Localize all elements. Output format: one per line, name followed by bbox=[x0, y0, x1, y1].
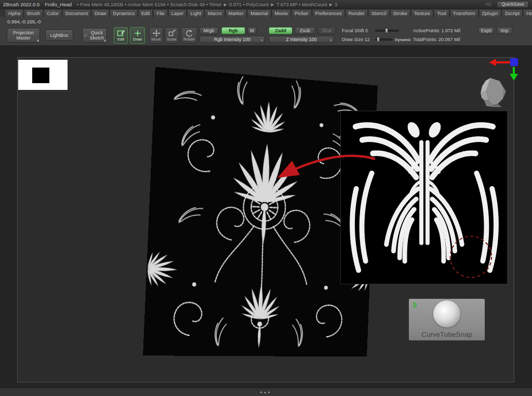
scale-icon bbox=[168, 30, 176, 37]
app-version: ZBrush 2022.0.5 bbox=[3, 2, 39, 7]
z-intensity-slider[interactable]: Z Intensity 100 ▸ bbox=[269, 36, 334, 43]
brush-hint-popup: 9 CurveTubeSnap bbox=[409, 299, 485, 340]
menu-item[interactable]: Zplugin bbox=[479, 9, 501, 17]
menu-item[interactable]: Tool bbox=[434, 9, 449, 17]
menu-item[interactable]: Macro bbox=[205, 9, 224, 17]
mrgb-button[interactable]: Mrgb bbox=[200, 27, 218, 34]
m-button[interactable]: M bbox=[247, 27, 257, 34]
axis-x-arrow bbox=[489, 59, 496, 66]
alpha-preview bbox=[18, 60, 68, 90]
active-points-readout: ActivePoints: 1.972 Mil bbox=[413, 27, 460, 34]
dynamic-mode-label[interactable]: Dynamic bbox=[395, 36, 411, 43]
menu-item[interactable]: Stencil bbox=[368, 9, 390, 17]
projection-master-button[interactable]: Projection Master bbox=[7, 28, 40, 43]
menu-item[interactable]: Edit bbox=[138, 9, 153, 17]
quicksave-button[interactable]: QuickSave bbox=[497, 1, 529, 8]
slider-arrow-icon: ▸ bbox=[261, 38, 263, 42]
move-icon bbox=[152, 30, 161, 37]
menu-item[interactable]: Render bbox=[345, 9, 368, 17]
lightbox-label: LightBox bbox=[50, 33, 68, 38]
horizontal-scrollbar[interactable]: ◂ ▴ ▸ bbox=[0, 388, 532, 396]
draw-button[interactable]: Draw bbox=[130, 27, 145, 44]
document-name: Frollo_Head bbox=[45, 2, 72, 7]
brush-slot-number: 9 bbox=[413, 300, 417, 309]
menu-item[interactable]: Brush bbox=[24, 9, 43, 17]
menu-item[interactable]: Light bbox=[187, 9, 204, 17]
zcut-button[interactable]: Zcut bbox=[317, 27, 336, 34]
rotate-icon bbox=[185, 30, 193, 37]
menu-item[interactable]: Document bbox=[62, 9, 91, 17]
menu-bar: AlphaBrushColorDocumentDrawDynamicsEditF… bbox=[0, 9, 532, 17]
menu-item[interactable]: Material bbox=[247, 9, 271, 17]
axis-y-arrow bbox=[510, 74, 518, 81]
draw-size-label: Draw Size 12 bbox=[342, 36, 370, 43]
focal-shift-slider[interactable] bbox=[375, 30, 399, 32]
slider-arrow-icon: ▸ bbox=[330, 38, 332, 42]
draw-size-slider[interactable] bbox=[375, 38, 393, 41]
rgb-button[interactable]: Rgb bbox=[221, 27, 245, 34]
ac-indicator: AC bbox=[485, 2, 492, 7]
move-label: Move bbox=[151, 37, 161, 42]
menu-item[interactable]: Marker bbox=[225, 9, 247, 17]
focal-shift-knob[interactable] bbox=[385, 28, 388, 33]
total-points-readout: TotalPoints: 20.067 Mil bbox=[413, 36, 460, 43]
menu-item[interactable]: File bbox=[153, 9, 167, 17]
menu-item[interactable]: Stroke bbox=[390, 9, 410, 17]
zbrush-window: ZBrush 2022.0.5 Frollo_Head • Free Mem 4… bbox=[0, 0, 532, 396]
brush-name: CurveTubeSnap bbox=[409, 331, 485, 338]
menu-item[interactable]: Color bbox=[44, 9, 62, 17]
axis-z-handle bbox=[510, 58, 518, 66]
quick-sketch-button[interactable]: Quick Sketch bbox=[82, 28, 107, 43]
draw-icon bbox=[134, 30, 142, 37]
projection-master-label: Projection Master bbox=[9, 30, 38, 41]
menu-item[interactable]: Draw bbox=[91, 9, 109, 17]
pencil-icon bbox=[84, 33, 87, 38]
draw-label: Draw bbox=[133, 37, 142, 42]
focal-shift-label: Focal Shift 0 bbox=[342, 27, 368, 34]
texture-zoom-inset bbox=[340, 111, 508, 284]
lightbox-button[interactable]: LightBox bbox=[45, 30, 73, 41]
scroll-right-icon[interactable]: ▸ bbox=[268, 390, 270, 394]
scroll-up-icon[interactable]: ▴ bbox=[264, 390, 266, 394]
menu-item[interactable]: Alpha bbox=[5, 9, 23, 17]
menu-item[interactable]: Transform bbox=[450, 9, 478, 17]
zsub-button[interactable]: Zsub bbox=[295, 27, 315, 34]
edit-button[interactable]: Edit bbox=[114, 27, 128, 44]
imp-button[interactable]: Imp bbox=[497, 27, 512, 34]
alpha-preview-shape bbox=[32, 68, 49, 83]
draw-size-knob[interactable] bbox=[377, 37, 380, 42]
menu-item[interactable]: Dynamics bbox=[110, 9, 138, 17]
move-button[interactable]: Move bbox=[149, 27, 163, 44]
rgb-intensity-label: Rgb Intensity 100 bbox=[214, 37, 250, 42]
menu-item[interactable]: Texture bbox=[411, 9, 433, 17]
scale-button[interactable]: Scale bbox=[165, 27, 179, 44]
menu-item[interactable]: Picker bbox=[291, 9, 311, 17]
coordinates-readout: 0.994,-0.155,-0 bbox=[7, 19, 41, 24]
edit-label: Edit bbox=[117, 37, 124, 42]
zadd-button[interactable]: Zadd bbox=[269, 27, 292, 34]
menu-item[interactable]: Preferences bbox=[312, 9, 345, 17]
menu-item[interactable]: Zscript bbox=[502, 9, 523, 17]
rotate-button[interactable]: Rotate bbox=[181, 27, 197, 44]
embroidery-detail bbox=[341, 111, 507, 284]
scroll-controls: ◂ ▴ ▸ bbox=[260, 388, 270, 396]
menu-item[interactable]: Movie bbox=[272, 9, 291, 17]
title-bar: ZBrush 2022.0.5 Frollo_Head • Free Mem 4… bbox=[0, 0, 532, 9]
exp5-button[interactable]: Exp5 bbox=[478, 27, 495, 34]
head-model-thumbnail bbox=[472, 76, 508, 108]
quick-sketch-label: Quick Sketch bbox=[89, 30, 105, 41]
z-intensity-label: Z Intensity 100 bbox=[286, 37, 316, 42]
top-shelf: Projection Master LightBox Quick Sketch … bbox=[0, 25, 532, 46]
menu-item[interactable]: Layer bbox=[168, 9, 187, 17]
session-stats: • Free Mem 45.18GB • Active Mem 5194 • S… bbox=[77, 2, 338, 7]
edit-icon bbox=[117, 30, 125, 37]
rotate-label: Rotate bbox=[183, 37, 195, 42]
rgb-intensity-slider[interactable]: Rgb Intensity 100 ▸ bbox=[200, 36, 265, 43]
menu-item[interactable]: Help bbox=[523, 9, 532, 17]
brush-sphere-icon bbox=[433, 300, 460, 327]
coordinates-row: 0.994,-0.155,-0 bbox=[0, 17, 532, 25]
scroll-left-icon[interactable]: ◂ bbox=[260, 390, 262, 394]
canvas-zone: 9 CurveTubeSnap bbox=[0, 46, 532, 388]
scale-label: Scale bbox=[167, 37, 177, 42]
